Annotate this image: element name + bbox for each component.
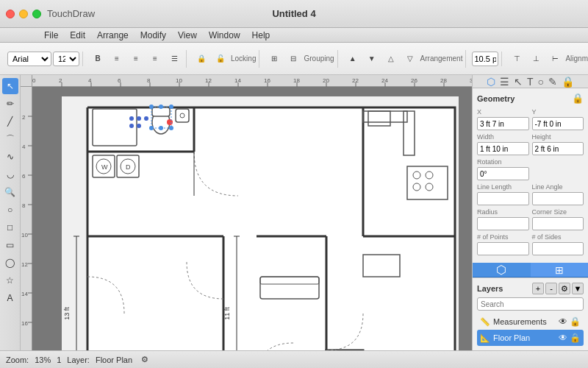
align-bottom-button[interactable]: ⊢ — [546, 50, 564, 68]
panel-text-icon[interactable]: T — [527, 76, 534, 88]
panel-pencil-icon[interactable]: ✎ — [548, 76, 557, 88]
x-input[interactable] — [477, 117, 529, 130]
floor-plan-layer-actions: 👁 🔒 — [559, 333, 581, 343]
bezier-tool[interactable]: ⌒ — [2, 131, 18, 147]
geometry-tab-active[interactable]: ⬡ — [473, 263, 531, 277]
maximize-button[interactable] — [32, 10, 41, 18]
panel-lock-icon[interactable]: 🔒 — [562, 76, 574, 88]
svg-point-74 — [144, 116, 148, 121]
select-tool[interactable]: ↖ — [2, 78, 18, 94]
layer-settings-icon[interactable]: ⚙ — [141, 355, 148, 364]
align-left-button[interactable]: ≡ — [108, 50, 126, 68]
alignment-section: ⊤ ⊥ ⊢ Alignment — [505, 50, 588, 68]
circle-tool[interactable]: ◯ — [2, 255, 18, 271]
backward-button[interactable]: ▽ — [401, 50, 419, 68]
num-sides-input[interactable] — [532, 242, 584, 255]
panel-properties-icon[interactable]: ☰ — [500, 76, 509, 88]
line-angle-input[interactable] — [532, 192, 584, 205]
font-family-select[interactable]: Arial — [7, 52, 51, 66]
grouping-section: ⊞ ⊟ Grouping — [262, 50, 337, 68]
path-tool[interactable]: ∿ — [2, 149, 18, 165]
layer-item-floor-plan[interactable]: 📐 Floor Plan 👁 🔒 — [477, 330, 584, 346]
pencil-tool[interactable]: ✏ — [2, 96, 18, 112]
layers-search-input[interactable] — [477, 297, 584, 311]
align-vcenter-button[interactable]: ⊥ — [527, 50, 545, 68]
line-tool[interactable]: ╱ — [2, 113, 18, 130]
panel-shape-icon[interactable]: ○ — [538, 76, 544, 88]
bold-button[interactable]: B — [89, 50, 107, 68]
svg-text:28: 28 — [440, 77, 447, 84]
menu-edit[interactable]: Edit — [70, 30, 85, 40]
y-input[interactable] — [532, 117, 584, 130]
group-button[interactable]: ⊞ — [265, 50, 283, 68]
menu-help[interactable]: Help — [252, 30, 270, 40]
align-center-button[interactable]: ≡ — [127, 50, 145, 68]
rotation-input[interactable] — [477, 167, 529, 180]
align-top-button[interactable]: ⊤ — [508, 50, 526, 68]
measurements-visible-icon[interactable]: 👁 — [559, 316, 567, 327]
menu-view[interactable]: View — [178, 30, 197, 40]
rect-tool[interactable]: □ — [2, 219, 18, 236]
remove-layer-button[interactable]: - — [545, 283, 557, 294]
menu-modify[interactable]: Modify — [140, 30, 166, 40]
lock-button[interactable]: 🔒 — [193, 50, 210, 68]
rounded-rect-tool[interactable]: ▭ — [2, 237, 18, 253]
align-right-button[interactable]: ≡ — [146, 50, 164, 68]
line-length-input[interactable] — [477, 192, 529, 205]
svg-point-72 — [129, 116, 134, 121]
minimize-button[interactable] — [19, 10, 28, 18]
layer-item-measurements[interactable]: 📏 Measurements 👁 🔒 — [477, 314, 584, 330]
drawing-canvas[interactable]: W D — [32, 87, 472, 350]
corner-size-input[interactable] — [532, 217, 584, 230]
layer-settings-button[interactable]: ⚙ — [559, 283, 570, 294]
height-input[interactable] — [532, 142, 584, 155]
geometry-title: Geometry 🔒 — [477, 93, 584, 104]
bottom-tabs: ⬡ ⊞ — [473, 263, 588, 277]
menu-window[interactable]: Window — [209, 30, 240, 40]
add-layer-button[interactable]: + — [532, 283, 544, 294]
radius-input[interactable] — [477, 217, 529, 230]
font-section: Arial 12 pt — [4, 52, 83, 66]
floor-plan: W D — [47, 93, 472, 350]
alignment-label: Alignment — [565, 54, 588, 63]
text-tool[interactable]: A — [2, 290, 18, 306]
x-label: X — [477, 108, 529, 116]
list-button[interactable]: ☰ — [165, 50, 183, 68]
back-button[interactable]: ▼ — [363, 50, 381, 68]
arrangement-label: Arrangement — [420, 54, 463, 63]
layers-menu-button[interactable]: ▼ — [572, 283, 584, 294]
right-panel: ⬡ ☰ ↖ T ○ ✎ 🔒 Geometry 🔒 X Y — [472, 75, 588, 350]
svg-text:13 ft: 13 ft — [63, 307, 71, 320]
num-sides-label: # of Sides — [532, 233, 584, 241]
measurements-lock-icon[interactable]: 🔒 — [570, 316, 581, 327]
zoom-tool[interactable]: 🔍 — [2, 184, 18, 200]
floor-plan-lock-icon[interactable]: 🔒 — [570, 333, 581, 343]
unlock-button[interactable]: 🔓 — [212, 50, 229, 68]
star-tool[interactable]: ☆ — [2, 272, 18, 289]
properties-tab[interactable]: ⊞ — [531, 263, 589, 277]
menu-arrange[interactable]: Arrange — [97, 30, 129, 40]
panel-select-icon[interactable]: ↖ — [514, 76, 523, 88]
ungroup-button[interactable]: ⊟ — [284, 50, 302, 68]
canvas-area[interactable]: 0 2 4 6 8 10 12 14 16 — [21, 75, 472, 350]
forward-button[interactable]: △ — [382, 50, 400, 68]
shape-tool[interactable]: ○ — [2, 202, 18, 218]
floor-plan-visible-icon[interactable]: 👁 — [559, 333, 567, 343]
arrangement-section: ▲ ▼ △ ▽ Arrangement — [341, 50, 467, 68]
width-input[interactable] — [477, 142, 529, 155]
svg-text:D: D — [126, 163, 131, 171]
panel-geometry-icon[interactable]: ⬡ — [487, 76, 495, 88]
num-points-input[interactable] — [477, 242, 529, 255]
menu-file[interactable]: File — [44, 30, 58, 40]
svg-text:20: 20 — [323, 77, 329, 84]
svg-text:8: 8 — [147, 77, 151, 84]
line-angle-label: Line Angle — [532, 183, 584, 191]
close-button[interactable] — [6, 10, 15, 18]
arc-tool[interactable]: ◡ — [2, 166, 18, 183]
layer-value: Floor Plan — [96, 355, 132, 364]
layers-section: Layers + - ⚙ ▼ 📏 Measurements 👁 🔒 — [473, 277, 588, 350]
line-size-input[interactable] — [472, 52, 498, 66]
measurements-layer-actions: 👁 🔒 — [559, 316, 581, 327]
front-button[interactable]: ▲ — [344, 50, 362, 68]
font-size-select[interactable]: 12 pt — [53, 52, 79, 66]
